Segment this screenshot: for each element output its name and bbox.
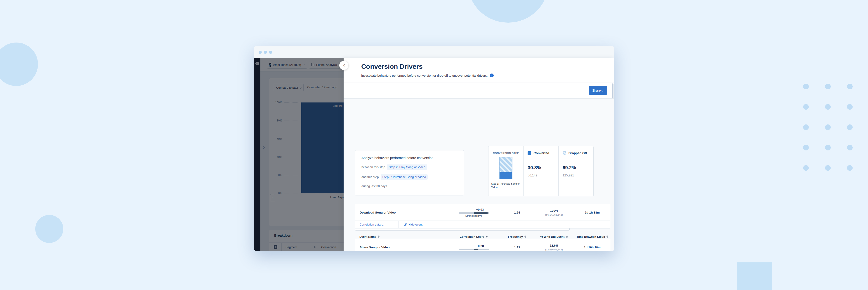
dropped-stat-cell: Dropped Off 69.2% 125,921 (558, 146, 593, 196)
pct-who-did-cell: 100% (56,141/56,142) (534, 209, 575, 216)
pct-who-did-cell: 22.6% (12,686/56,142) (534, 244, 575, 251)
criteria-title: Analyze behaviors performed before conve… (362, 156, 434, 160)
score-value: +0.93 (476, 208, 484, 211)
converted-segment (500, 172, 512, 179)
close-icon: ✕ (342, 63, 345, 68)
correlation-bar (459, 212, 489, 214)
time-between-value: 1d 16h 18m (575, 246, 610, 249)
sort-icon (378, 235, 379, 238)
dropped-count: 125,921 (563, 174, 574, 177)
page-title: Conversion Drivers (361, 63, 423, 70)
chevron-down-icon (381, 223, 384, 226)
info-icon[interactable]: i (490, 74, 494, 77)
sort-icon (607, 235, 608, 238)
app-window-card: A AmpliTunes (214806) Funnel Analysis Co… (254, 46, 614, 251)
table-row[interactable]: Download Song or Video +0.93 Strong posi… (355, 204, 610, 221)
dropped-pct: 69.2% (563, 165, 576, 170)
deco-circle-small (35, 215, 63, 243)
window-dot-3 (269, 51, 272, 54)
step-3-chip[interactable]: Step 3: Purchase Song or Video (381, 174, 428, 180)
converted-stat-cell: Converted 30.8% 56,142 (523, 146, 558, 196)
converted-legend-icon (528, 151, 531, 155)
score-value: +0.28 (476, 244, 484, 248)
conversion-step-label: CONVERSION STEP (489, 152, 523, 154)
sort-icon (566, 235, 568, 238)
deco-square (737, 262, 772, 290)
time-between-value: 2d 1h 38m (575, 211, 610, 214)
col-correlation-score[interactable]: Correlation Score (447, 235, 500, 238)
correlation-center-tick (474, 211, 474, 214)
correlation-fill (474, 249, 478, 250)
deco-dot-grid (803, 84, 852, 171)
during-label: during last 30 days (362, 184, 387, 188)
modal-dim-overlay (254, 58, 344, 251)
correlation-fill (474, 212, 488, 214)
hide-event-button[interactable]: Hide event (399, 223, 423, 226)
converted-pct: 30.8% (528, 165, 541, 170)
row-actions: Correlation data Hide event (355, 221, 610, 228)
between-step-label: between this step (362, 165, 385, 169)
page-subtitle: Investigate behaviors performed before c… (361, 74, 494, 77)
event-name: Share Song or Video (355, 246, 447, 249)
step-caption: Step 3: Purchase Song or Video (491, 182, 522, 189)
pct-detail: (56,141/56,142) (534, 213, 575, 216)
pct-value: 22.6% (534, 244, 575, 247)
conversion-drivers-modal: Conversion Drivers Investigate behaviors… (344, 58, 614, 251)
event-row-card: Share Song or Video +0.28 1.83 22.6% (355, 239, 610, 251)
share-button[interactable]: Share (589, 86, 607, 95)
divider (524, 160, 558, 161)
score-caption: Strong positive (465, 215, 482, 217)
window-dot-1 (258, 51, 262, 54)
background-app: A AmpliTunes (214806) Funnel Analysis Co… (254, 58, 344, 251)
close-button[interactable]: ✕ (339, 61, 348, 70)
deco-circle-top (467, 0, 549, 23)
mini-funnel-bar (499, 157, 513, 179)
dropped-off-segment (500, 157, 512, 172)
col-frequency[interactable]: Frequency (500, 235, 534, 238)
modal-content: Analyze behaviors performed before conve… (344, 98, 614, 251)
sort-icon (524, 235, 526, 238)
col-pct-who-did[interactable]: % Who Did Event (534, 235, 575, 238)
eye-off-icon (404, 223, 407, 226)
and-step-label: and this step (362, 175, 379, 179)
divider (559, 160, 593, 161)
criteria-panel: Analyze behaviors performed before conve… (355, 150, 464, 196)
converted-legend-label: Converted (533, 151, 549, 155)
chevron-down-icon (602, 89, 604, 92)
correlation-score-cell: +0.28 (447, 244, 500, 250)
dropped-legend-label: Dropped Off (568, 151, 587, 155)
window-dot-2 (264, 51, 267, 54)
frequency-value: 1.54 (500, 211, 534, 214)
divider (344, 83, 614, 83)
event-name: Download Song or Video (355, 211, 447, 214)
col-event-name[interactable]: Event Name (355, 235, 447, 238)
table-row[interactable]: Share Song or Video +0.28 1.83 22.6% (355, 239, 610, 251)
deco-circle-left (0, 42, 38, 86)
correlation-bar (459, 249, 489, 250)
step-2-chip[interactable]: Step 2: Play Song or Video (387, 165, 427, 170)
event-row-card: Download Song or Video +0.93 Strong posi… (355, 204, 610, 229)
correlation-score-cell: +0.93 Strong positive (447, 208, 500, 217)
frequency-value: 1.83 (500, 246, 534, 249)
col-time-between[interactable]: Time Between Steps (575, 235, 610, 238)
sort-desc-icon (486, 236, 488, 237)
conversion-step-panel: CONVERSION STEP Step 3: Purchase Song or… (488, 146, 594, 196)
conversion-step-cell: CONVERSION STEP Step 3: Purchase Song or… (489, 146, 523, 196)
correlation-data-dropdown[interactable]: Correlation data (355, 221, 399, 228)
dropped-legend-icon (563, 151, 566, 155)
pct-value: 100% (534, 209, 575, 212)
correlation-center-tick (474, 248, 474, 251)
converted-count: 56,142 (528, 174, 537, 177)
pct-detail: (12,686/56,142) (534, 248, 575, 251)
